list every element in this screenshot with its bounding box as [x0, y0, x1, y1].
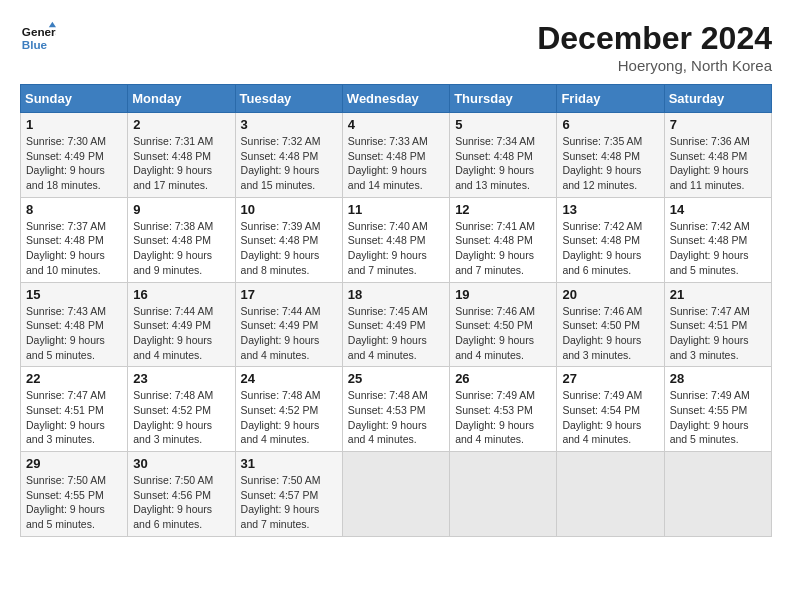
day-number: 3	[241, 117, 337, 132]
calendar-cell: 22Sunrise: 7:47 AM Sunset: 4:51 PM Dayli…	[21, 367, 128, 452]
weekday-header: Friday	[557, 85, 664, 113]
calendar-cell: 3Sunrise: 7:32 AM Sunset: 4:48 PM Daylig…	[235, 113, 342, 198]
calendar-week-row: 15Sunrise: 7:43 AM Sunset: 4:48 PM Dayli…	[21, 282, 772, 367]
day-info: Sunrise: 7:42 AM Sunset: 4:48 PM Dayligh…	[670, 219, 766, 278]
day-number: 2	[133, 117, 229, 132]
title-block: December 2024 Hoeryong, North Korea	[537, 20, 772, 74]
day-number: 17	[241, 287, 337, 302]
day-number: 29	[26, 456, 122, 471]
calendar-cell: 20Sunrise: 7:46 AM Sunset: 4:50 PM Dayli…	[557, 282, 664, 367]
day-number: 13	[562, 202, 658, 217]
day-number: 5	[455, 117, 551, 132]
day-number: 24	[241, 371, 337, 386]
day-info: Sunrise: 7:49 AM Sunset: 4:53 PM Dayligh…	[455, 388, 551, 447]
calendar-cell: 9Sunrise: 7:38 AM Sunset: 4:48 PM Daylig…	[128, 197, 235, 282]
day-number: 8	[26, 202, 122, 217]
weekday-header: Saturday	[664, 85, 771, 113]
calendar-cell: 5Sunrise: 7:34 AM Sunset: 4:48 PM Daylig…	[450, 113, 557, 198]
calendar-cell: 10Sunrise: 7:39 AM Sunset: 4:48 PM Dayli…	[235, 197, 342, 282]
day-number: 22	[26, 371, 122, 386]
calendar-cell: 4Sunrise: 7:33 AM Sunset: 4:48 PM Daylig…	[342, 113, 449, 198]
calendar-week-row: 8Sunrise: 7:37 AM Sunset: 4:48 PM Daylig…	[21, 197, 772, 282]
day-info: Sunrise: 7:44 AM Sunset: 4:49 PM Dayligh…	[241, 304, 337, 363]
day-info: Sunrise: 7:35 AM Sunset: 4:48 PM Dayligh…	[562, 134, 658, 193]
day-number: 14	[670, 202, 766, 217]
calendar-header: SundayMondayTuesdayWednesdayThursdayFrid…	[21, 85, 772, 113]
day-number: 12	[455, 202, 551, 217]
day-number: 27	[562, 371, 658, 386]
calendar-cell: 30Sunrise: 7:50 AM Sunset: 4:56 PM Dayli…	[128, 452, 235, 537]
logo-icon: General Blue	[20, 20, 56, 56]
day-number: 31	[241, 456, 337, 471]
day-info: Sunrise: 7:38 AM Sunset: 4:48 PM Dayligh…	[133, 219, 229, 278]
calendar-cell	[450, 452, 557, 537]
day-info: Sunrise: 7:45 AM Sunset: 4:49 PM Dayligh…	[348, 304, 444, 363]
day-info: Sunrise: 7:42 AM Sunset: 4:48 PM Dayligh…	[562, 219, 658, 278]
calendar-cell: 23Sunrise: 7:48 AM Sunset: 4:52 PM Dayli…	[128, 367, 235, 452]
calendar-cell: 24Sunrise: 7:48 AM Sunset: 4:52 PM Dayli…	[235, 367, 342, 452]
calendar-cell: 2Sunrise: 7:31 AM Sunset: 4:48 PM Daylig…	[128, 113, 235, 198]
day-number: 10	[241, 202, 337, 217]
calendar-cell: 17Sunrise: 7:44 AM Sunset: 4:49 PM Dayli…	[235, 282, 342, 367]
day-info: Sunrise: 7:48 AM Sunset: 4:52 PM Dayligh…	[133, 388, 229, 447]
page-header: General Blue December 2024 Hoeryong, Nor…	[20, 20, 772, 74]
day-number: 18	[348, 287, 444, 302]
day-info: Sunrise: 7:37 AM Sunset: 4:48 PM Dayligh…	[26, 219, 122, 278]
day-info: Sunrise: 7:48 AM Sunset: 4:53 PM Dayligh…	[348, 388, 444, 447]
day-info: Sunrise: 7:50 AM Sunset: 4:57 PM Dayligh…	[241, 473, 337, 532]
day-info: Sunrise: 7:33 AM Sunset: 4:48 PM Dayligh…	[348, 134, 444, 193]
day-number: 11	[348, 202, 444, 217]
day-info: Sunrise: 7:31 AM Sunset: 4:48 PM Dayligh…	[133, 134, 229, 193]
calendar-cell: 26Sunrise: 7:49 AM Sunset: 4:53 PM Dayli…	[450, 367, 557, 452]
weekday-header: Monday	[128, 85, 235, 113]
day-info: Sunrise: 7:50 AM Sunset: 4:55 PM Dayligh…	[26, 473, 122, 532]
calendar-cell	[342, 452, 449, 537]
day-info: Sunrise: 7:36 AM Sunset: 4:48 PM Dayligh…	[670, 134, 766, 193]
svg-text:Blue: Blue	[22, 38, 48, 51]
logo: General Blue	[20, 20, 56, 56]
month-title: December 2024	[537, 20, 772, 57]
day-number: 9	[133, 202, 229, 217]
weekday-header-row: SundayMondayTuesdayWednesdayThursdayFrid…	[21, 85, 772, 113]
day-number: 21	[670, 287, 766, 302]
day-number: 23	[133, 371, 229, 386]
day-number: 20	[562, 287, 658, 302]
day-number: 15	[26, 287, 122, 302]
day-number: 26	[455, 371, 551, 386]
day-info: Sunrise: 7:34 AM Sunset: 4:48 PM Dayligh…	[455, 134, 551, 193]
calendar-cell: 13Sunrise: 7:42 AM Sunset: 4:48 PM Dayli…	[557, 197, 664, 282]
day-info: Sunrise: 7:47 AM Sunset: 4:51 PM Dayligh…	[26, 388, 122, 447]
day-info: Sunrise: 7:41 AM Sunset: 4:48 PM Dayligh…	[455, 219, 551, 278]
day-number: 25	[348, 371, 444, 386]
day-number: 28	[670, 371, 766, 386]
calendar-cell: 12Sunrise: 7:41 AM Sunset: 4:48 PM Dayli…	[450, 197, 557, 282]
calendar-cell: 27Sunrise: 7:49 AM Sunset: 4:54 PM Dayli…	[557, 367, 664, 452]
day-number: 19	[455, 287, 551, 302]
day-info: Sunrise: 7:32 AM Sunset: 4:48 PM Dayligh…	[241, 134, 337, 193]
calendar-cell: 19Sunrise: 7:46 AM Sunset: 4:50 PM Dayli…	[450, 282, 557, 367]
day-number: 6	[562, 117, 658, 132]
calendar-cell: 16Sunrise: 7:44 AM Sunset: 4:49 PM Dayli…	[128, 282, 235, 367]
day-info: Sunrise: 7:46 AM Sunset: 4:50 PM Dayligh…	[562, 304, 658, 363]
day-number: 30	[133, 456, 229, 471]
day-info: Sunrise: 7:49 AM Sunset: 4:54 PM Dayligh…	[562, 388, 658, 447]
day-number: 4	[348, 117, 444, 132]
calendar-week-row: 1Sunrise: 7:30 AM Sunset: 4:49 PM Daylig…	[21, 113, 772, 198]
weekday-header: Sunday	[21, 85, 128, 113]
day-info: Sunrise: 7:43 AM Sunset: 4:48 PM Dayligh…	[26, 304, 122, 363]
calendar-cell: 6Sunrise: 7:35 AM Sunset: 4:48 PM Daylig…	[557, 113, 664, 198]
day-info: Sunrise: 7:46 AM Sunset: 4:50 PM Dayligh…	[455, 304, 551, 363]
calendar-cell: 14Sunrise: 7:42 AM Sunset: 4:48 PM Dayli…	[664, 197, 771, 282]
calendar-cell: 8Sunrise: 7:37 AM Sunset: 4:48 PM Daylig…	[21, 197, 128, 282]
calendar-cell: 28Sunrise: 7:49 AM Sunset: 4:55 PM Dayli…	[664, 367, 771, 452]
weekday-header: Thursday	[450, 85, 557, 113]
day-info: Sunrise: 7:40 AM Sunset: 4:48 PM Dayligh…	[348, 219, 444, 278]
day-info: Sunrise: 7:48 AM Sunset: 4:52 PM Dayligh…	[241, 388, 337, 447]
day-info: Sunrise: 7:39 AM Sunset: 4:48 PM Dayligh…	[241, 219, 337, 278]
calendar-cell: 31Sunrise: 7:50 AM Sunset: 4:57 PM Dayli…	[235, 452, 342, 537]
day-info: Sunrise: 7:44 AM Sunset: 4:49 PM Dayligh…	[133, 304, 229, 363]
day-info: Sunrise: 7:50 AM Sunset: 4:56 PM Dayligh…	[133, 473, 229, 532]
calendar-cell: 1Sunrise: 7:30 AM Sunset: 4:49 PM Daylig…	[21, 113, 128, 198]
calendar-cell	[557, 452, 664, 537]
calendar-week-row: 22Sunrise: 7:47 AM Sunset: 4:51 PM Dayli…	[21, 367, 772, 452]
